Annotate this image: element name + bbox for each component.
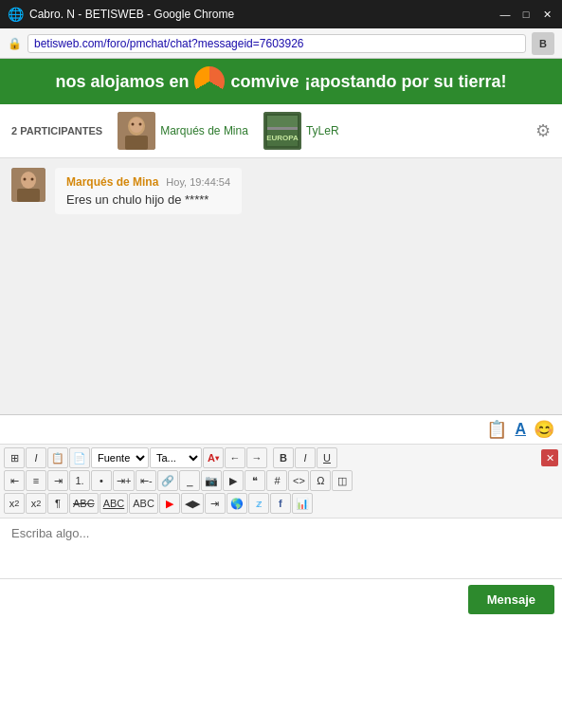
participant-name-tyler: TyLeR: [306, 124, 339, 137]
participants-bar: 2 PARTICIPANTES Marqués de Mina: [0, 104, 562, 158]
message-sender: Marqués de Mina: [66, 175, 158, 189]
titlebar: 🌐 Cabro. N - BETISWEB - Google Chrome — …: [0, 0, 562, 28]
special-char-button[interactable]: Ω: [310, 470, 331, 491]
window-title: Cabro. N - BETISWEB - Google Chrome: [29, 8, 498, 21]
subscript-button[interactable]: x2: [4, 493, 25, 514]
svg-point-15: [24, 178, 27, 181]
toolbar-row-3: x2 x2 ¶ ABC ABC ABC ▶ ◀▶ ⇥ 🌎 𝕫 f 📊: [4, 493, 558, 514]
font-color-icon[interactable]: A: [515, 421, 526, 438]
avatar-tyler: EUROPA: [263, 112, 301, 150]
ordered-list-button[interactable]: 1.: [69, 470, 90, 491]
table-button[interactable]: ◫: [332, 470, 353, 491]
web-button[interactable]: 🌎: [227, 493, 247, 514]
clipboard-icon[interactable]: 📋: [486, 419, 507, 440]
code-button[interactable]: <>: [288, 470, 309, 491]
paste-button[interactable]: 📋: [47, 447, 68, 468]
settings-icon[interactable]: ⚙: [535, 120, 551, 141]
italic-format-button[interactable]: I: [26, 447, 46, 468]
addressbar: 🔒 betisweb.com/foro/pmchat/chat?messagei…: [0, 28, 562, 59]
extension-icon[interactable]: B: [532, 32, 554, 55]
emoji-icon[interactable]: 😊: [534, 419, 554, 440]
svg-point-5: [139, 123, 142, 126]
twitter-button[interactable]: 𝕫: [248, 493, 269, 514]
svg-text:EUROPA: EUROPA: [266, 134, 299, 142]
undo-button[interactable]: ←: [225, 447, 245, 468]
editor-area: 📋 A 😊 ⊞ I 📋 📄 Fuente Ta... A▾ ← → B I U …: [0, 414, 562, 620]
align-left-button[interactable]: ⇤: [4, 470, 25, 491]
blockquote-button[interactable]: ❝: [245, 470, 265, 491]
comvive-logo-icon: [194, 66, 225, 97]
participant-tyler[interactable]: EUROPA TyLeR: [263, 112, 339, 150]
hashtag-button[interactable]: #: [266, 470, 287, 491]
message-row: Marqués de Mina Hoy, 19:44:54 Eres un ch…: [11, 168, 551, 214]
message-avatar-marques: [11, 168, 45, 202]
superscript-button[interactable]: x2: [26, 493, 46, 514]
svg-point-16: [31, 178, 34, 181]
message-input[interactable]: [0, 519, 562, 575]
unlink-button[interactable]: ⎯: [179, 470, 200, 491]
banner-text-after: ¡apostando por su tierra!: [305, 72, 507, 92]
window-controls: — □ ✕: [498, 7, 554, 22]
svg-rect-2: [125, 136, 148, 150]
paragraph-button[interactable]: ¶: [47, 493, 68, 514]
lock-icon: 🔒: [8, 37, 22, 50]
url-display[interactable]: betisweb.com/foro/pmchat/chat?messageid=…: [27, 34, 526, 53]
svg-rect-14: [17, 189, 40, 202]
strikethrough3-button[interactable]: ABC: [129, 493, 158, 514]
align-right-button[interactable]: ⇥: [47, 470, 68, 491]
image-button[interactable]: 📷: [201, 470, 222, 491]
participants-label: 2 PARTICIPANTES: [11, 125, 102, 136]
browser-icon: 🌐: [8, 7, 24, 22]
source-button[interactable]: ⊞: [4, 447, 25, 468]
italic-button[interactable]: I: [295, 447, 316, 468]
font-select[interactable]: Fuente: [91, 447, 149, 468]
link-button[interactable]: 🔗: [157, 470, 178, 491]
indent2-button[interactable]: ⇥: [205, 493, 226, 514]
participant-name-marques: Marqués de Mina: [160, 124, 248, 137]
youtube-button[interactable]: ▶: [159, 493, 180, 514]
chat-area: Marqués de Mina Hoy, 19:44:54 Eres un ch…: [0, 158, 562, 414]
font-color-button[interactable]: A▾: [203, 447, 224, 468]
toolbar-row-1: ⊞ I 📋 📄 Fuente Ta... A▾ ← → B I U ✕: [4, 447, 558, 468]
participant-marques[interactable]: Marqués de Mina: [118, 112, 248, 150]
maximize-button[interactable]: □: [518, 7, 534, 22]
unordered-list-button[interactable]: •: [91, 470, 112, 491]
bold-button[interactable]: B: [273, 447, 294, 468]
paste-text-button[interactable]: 📄: [69, 447, 90, 468]
send-button[interactable]: Mensaje: [468, 585, 554, 614]
size-select[interactable]: Ta...: [150, 447, 202, 468]
strikethrough2-button[interactable]: ABC: [100, 493, 129, 514]
message-bubble: Marqués de Mina Hoy, 19:44:54 Eres un ch…: [55, 168, 242, 214]
editor-toolbar: ⊞ I 📋 📄 Fuente Ta... A▾ ← → B I U ✕ ⇤ ≡ …: [0, 444, 562, 519]
media2-button[interactable]: ◀▶: [181, 493, 204, 514]
editor-footer: Mensaje: [0, 578, 562, 620]
toolbar-row-2: ⇤ ≡ ⇥ 1. • ⇥+ ⇤- 🔗 ⎯ 📷 ▶ ❝ # <> Ω ◫: [4, 470, 558, 491]
svg-rect-8: [267, 116, 298, 127]
banner: nos alojamos en comvive ¡apostando por s…: [0, 59, 562, 104]
editor-topbar: 📋 A 😊: [0, 415, 562, 444]
banner-brand: comvive: [230, 72, 299, 92]
media-button[interactable]: ▶: [223, 470, 244, 491]
close-editor-button[interactable]: ✕: [541, 449, 558, 466]
avatar-marques: [118, 112, 155, 150]
avatar-tyler-img: EUROPA: [263, 112, 301, 150]
avatar-marques-img: [118, 112, 155, 150]
chart-button[interactable]: 📊: [292, 493, 313, 514]
decrease-indent-button[interactable]: ⇤-: [136, 470, 156, 491]
message-time: Hoy, 19:44:54: [166, 176, 230, 188]
banner-text-before: nos alojamos en: [55, 72, 189, 92]
minimize-button[interactable]: —: [498, 7, 513, 22]
message-text: Eres un chulo hijo de *****: [66, 192, 230, 207]
close-button[interactable]: ✕: [539, 7, 554, 22]
align-center-button[interactable]: ≡: [26, 470, 46, 491]
facebook-button[interactable]: f: [270, 493, 291, 514]
ext-label: B: [539, 38, 547, 49]
message-header: Marqués de Mina Hoy, 19:44:54: [66, 175, 230, 189]
svg-rect-11: [267, 127, 298, 130]
svg-point-4: [132, 123, 135, 126]
increase-indent-button[interactable]: ⇥+: [113, 470, 135, 491]
svg-point-13: [21, 172, 36, 189]
strikethrough1-button[interactable]: ABC: [69, 493, 99, 514]
underline-button[interactable]: U: [317, 447, 337, 468]
redo-button[interactable]: →: [246, 447, 267, 468]
